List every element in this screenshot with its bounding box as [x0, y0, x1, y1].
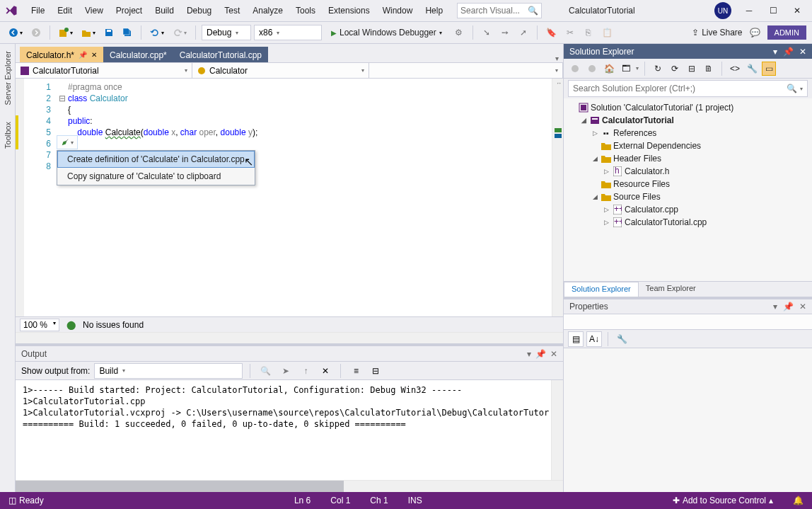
- menu-file[interactable]: File: [25, 3, 50, 18]
- output-prev-button[interactable]: ↑: [298, 363, 313, 379]
- output-source-selector[interactable]: Build▾: [94, 363, 243, 379]
- property-pages-icon[interactable]: 🔧: [614, 331, 630, 347]
- bookmark-button[interactable]: 🔖: [543, 25, 559, 40]
- expand-icon[interactable]: ▷: [602, 219, 610, 226]
- collapse-icon[interactable]: ◢: [591, 193, 599, 200]
- project-node[interactable]: ◢CalculatorTutorial: [564, 114, 812, 127]
- menu-extensions[interactable]: Extensions: [323, 3, 376, 18]
- panel-dropdown-icon[interactable]: ▾: [773, 302, 777, 311]
- save-all-button[interactable]: [120, 25, 135, 40]
- output-find-button[interactable]: 🔍: [257, 363, 274, 379]
- menu-test[interactable]: Test: [219, 3, 245, 18]
- redo-button[interactable]: ▾: [170, 25, 190, 40]
- panel-pin-icon[interactable]: 📌: [783, 47, 794, 57]
- quick-actions-lightbulb[interactable]: ▾: [57, 135, 78, 149]
- platform-selector[interactable]: x86▾: [254, 25, 322, 40]
- menu-window[interactable]: Window: [377, 3, 419, 18]
- panel-pin-icon[interactable]: 📌: [783, 302, 794, 311]
- file-calculator-cpp[interactable]: ▷++Calculator.cpp: [564, 203, 812, 216]
- menu-build[interactable]: Build: [149, 3, 180, 18]
- tab-close-icon[interactable]: ✕: [91, 51, 97, 59]
- solution-explorer-search[interactable]: Search Solution Explorer (Ctrl+;) 🔍 ▾: [568, 80, 808, 97]
- solution-node[interactable]: Solution 'CalculatorTutorial' (1 project…: [564, 101, 812, 114]
- cut-button[interactable]: ✂: [562, 25, 578, 40]
- panel-close-icon[interactable]: ✕: [799, 302, 806, 311]
- properties-selector[interactable]: [564, 314, 812, 330]
- menu-debug[interactable]: Debug: [181, 3, 217, 18]
- refresh-icon[interactable]: ⟳: [668, 62, 682, 76]
- menu-tools[interactable]: Tools: [290, 3, 321, 18]
- switch-views-icon[interactable]: 🗔: [619, 62, 633, 76]
- menu-help[interactable]: Help: [419, 3, 448, 18]
- user-avatar[interactable]: UN: [714, 2, 731, 19]
- collapse-icon[interactable]: ◢: [591, 155, 599, 162]
- source-files-node[interactable]: ◢Source Files: [564, 190, 812, 203]
- collapse-icon[interactable]: ◢: [579, 117, 588, 124]
- open-button[interactable]: ▾: [79, 25, 98, 40]
- output-scrollbar-h[interactable]: [16, 480, 563, 492]
- live-share-button[interactable]: ⇪Live Share: [692, 28, 742, 38]
- collapse-icon[interactable]: ⊟: [685, 62, 699, 76]
- back-button[interactable]: ▾: [6, 25, 25, 40]
- add-source-control-button[interactable]: ✚Add to Source Control▴: [673, 496, 773, 505]
- resource-files-node[interactable]: Resource Files: [564, 178, 812, 190]
- panel-dropdown-icon[interactable]: ▾: [773, 47, 777, 57]
- maximize-button[interactable]: ☐: [761, 1, 785, 20]
- save-button[interactable]: [101, 25, 117, 40]
- step-into-button[interactable]: ➘: [479, 25, 494, 40]
- output-clear-button[interactable]: ✕: [318, 363, 333, 379]
- close-button[interactable]: ✕: [785, 1, 809, 20]
- nav-project-combo[interactable]: CalculatorTutorial▾: [16, 63, 192, 78]
- minimize-button[interactable]: ─: [737, 1, 761, 20]
- tabs-overflow-icon[interactable]: ▾: [555, 55, 563, 62]
- code-editor[interactable]: 12345678 ⊟ #pragma onceclass Calculator{…: [16, 79, 563, 316]
- solution-tree[interactable]: Solution 'CalculatorTutorial' (1 project…: [564, 98, 812, 281]
- outlining-margin[interactable]: ⊟: [58, 79, 66, 316]
- sync-icon[interactable]: ↻: [651, 62, 665, 76]
- output-goto-button[interactable]: ➤: [278, 363, 294, 379]
- external-deps-node[interactable]: External Dependencies: [564, 139, 812, 152]
- references-node[interactable]: ▷▪▪References: [564, 127, 812, 139]
- notifications-icon[interactable]: 🔔: [793, 496, 804, 505]
- step-over-button[interactable]: ➙: [497, 25, 513, 40]
- menu-project[interactable]: Project: [110, 3, 148, 18]
- tab-calculator-h[interactable]: Calculator.h*📌✕: [20, 47, 103, 62]
- panel-dropdown-icon[interactable]: ▾: [527, 349, 531, 359]
- horizontal-scrollbar[interactable]: [16, 332, 563, 343]
- back-icon[interactable]: [568, 62, 582, 76]
- feedback-button[interactable]: 💬: [747, 25, 763, 40]
- menu-analyze[interactable]: Analyze: [247, 3, 289, 18]
- debug-target-button[interactable]: ⚙: [451, 25, 467, 40]
- undo-button[interactable]: ▾: [147, 25, 167, 40]
- config-selector[interactable]: Debug▾: [202, 25, 251, 40]
- tab-calculator-cpp[interactable]: Calculator.cpp*: [103, 47, 173, 62]
- new-project-button[interactable]: ▾: [56, 25, 76, 40]
- output-scrollbar-v[interactable]: [551, 380, 563, 480]
- menu-view[interactable]: View: [79, 3, 109, 18]
- code-area[interactable]: #pragma onceclass Calculator{public: dou…: [66, 79, 552, 316]
- paste-button[interactable]: 📋: [599, 25, 615, 40]
- output-text[interactable]: 1>------ Build started: Project: Calcula…: [16, 380, 551, 480]
- nav-class-combo[interactable]: Calculator▾: [192, 63, 369, 78]
- step-out-button[interactable]: ➚: [516, 25, 531, 40]
- expand-icon[interactable]: ▷: [591, 130, 599, 137]
- menu-copy-signature[interactable]: Copy signature of 'Calculate' to clipboa…: [57, 168, 255, 185]
- forward-icon[interactable]: [585, 62, 599, 76]
- preview-icon[interactable]: ▭: [762, 62, 776, 76]
- zoom-selector[interactable]: 100 %▾: [20, 319, 59, 331]
- panel-close-icon[interactable]: ✕: [799, 47, 806, 57]
- forward-button[interactable]: [28, 25, 44, 40]
- toolbox-tab[interactable]: Toolbox: [4, 118, 12, 153]
- menu-edit[interactable]: Edit: [52, 3, 78, 18]
- copy-button[interactable]: ⎘: [581, 25, 596, 40]
- server-explorer-tab[interactable]: Server Explorer: [4, 47, 12, 109]
- home-icon[interactable]: 🏠: [602, 62, 616, 76]
- show-all-files-icon[interactable]: 🗎: [702, 62, 716, 76]
- output-toggle-button[interactable]: ⊟: [368, 363, 383, 379]
- nav-member-combo[interactable]: ▾: [369, 63, 563, 78]
- panel-close-icon[interactable]: ✕: [550, 349, 557, 359]
- view-code-icon[interactable]: <>: [728, 62, 742, 76]
- properties-icon[interactable]: 🔧: [745, 62, 759, 76]
- file-calculatortutorial-cpp[interactable]: ▷++CalculatorTutorial.cpp: [564, 216, 812, 229]
- start-debugging-button[interactable]: ▶Local Windows Debugger▾: [325, 25, 448, 40]
